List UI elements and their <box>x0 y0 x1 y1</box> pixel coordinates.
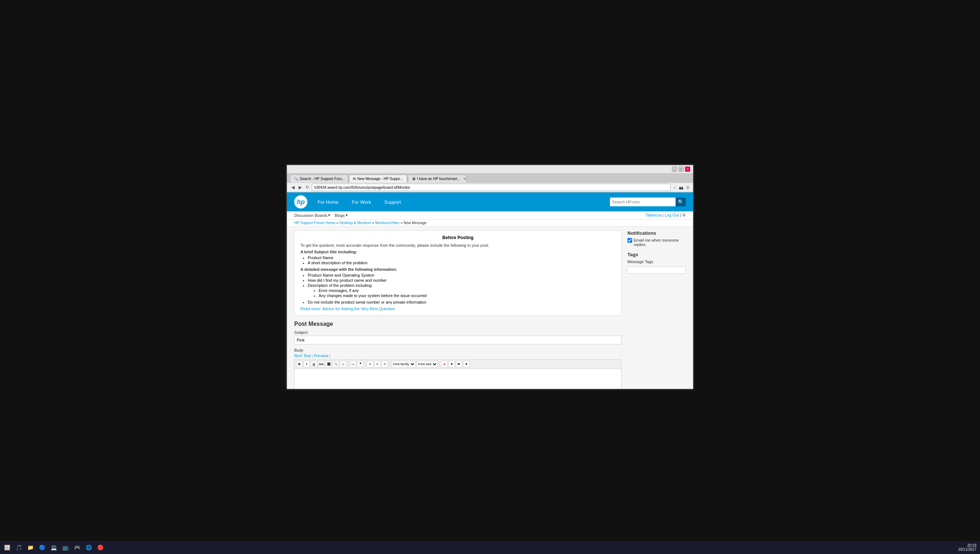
taskbar-item-9[interactable]: 🔴 <box>95 542 106 553</box>
read-more-link[interactable]: Read more: Advice for Asking the Very Be… <box>300 307 395 311</box>
chevron-down-icon: ▾ <box>328 213 330 218</box>
list-item: A short description of the problem <box>308 261 615 265</box>
list-item: Any changes made to your system before t… <box>319 293 615 298</box>
nav-for-work[interactable]: For Work <box>349 198 374 206</box>
browser-addressbar: ◀ ▶ ↻ ☆ 📷 ☰ <box>287 183 693 192</box>
body-label: Body <box>294 348 621 352</box>
webpage: hp For Home For Work Support 🔍 Discussio… <box>287 193 693 389</box>
taskbar-clock: 20:19 10/11/2017 <box>958 543 978 551</box>
browser-tabs: 🔍 Search - HP Support Foru... ✕ ✉ New Me… <box>287 173 693 183</box>
taskbar-item-4[interactable]: 🔵 <box>37 542 48 553</box>
align-left[interactable]: ≡ <box>367 361 373 368</box>
attach-button[interactable]: 📎 <box>333 361 339 368</box>
tab-3[interactable]: 🖥 I have an HP touchsmart... ✕ <box>408 175 466 183</box>
chevron-down-icon-2: ▾ <box>346 213 348 218</box>
notifications-title: Notifications <box>628 230 686 236</box>
font-size-select[interactable]: Font size <box>416 361 438 368</box>
reload-button[interactable]: ↻ <box>304 185 310 190</box>
browser-titlebar: _ □ ✕ <box>287 165 693 173</box>
username-link[interactable]: Tablocca <box>645 213 661 217</box>
tab-2-favicon: ✉ <box>353 177 356 181</box>
underline-button[interactable]: U <box>311 361 317 368</box>
tab-1-close[interactable]: ✕ <box>348 177 348 181</box>
clock-date: 10/11/2017 <box>958 548 976 551</box>
list-item: Description of the problem including: <box>308 283 615 288</box>
tab-2-label: New Message - HP Suppo... <box>357 177 403 181</box>
bold-button[interactable]: B <box>296 361 303 368</box>
toolbar-separator <box>348 361 348 367</box>
more-button[interactable]: ✏ <box>456 361 462 368</box>
tab-3-close[interactable]: ✕ <box>463 177 466 181</box>
email-notification-checkbox[interactable] <box>628 238 632 243</box>
rich-text-tab[interactable]: Rich Text <box>294 353 311 358</box>
breadcrumb-current: New Message <box>403 221 427 225</box>
search-input[interactable] <box>610 197 676 206</box>
italic-button[interactable]: I <box>303 361 310 368</box>
image-button[interactable]: 🖼 <box>325 361 332 368</box>
hr-button[interactable]: — <box>350 361 356 368</box>
breadcrumb-monitors[interactable]: Monitors/Video <box>375 221 400 225</box>
nav-for-home[interactable]: For Home <box>315 198 342 206</box>
address-bar[interactable] <box>312 184 671 191</box>
tab-1-favicon: 🔍 <box>294 177 298 181</box>
tab-1[interactable]: 🔍 Search - HP Support Foru... ✕ <box>290 175 348 183</box>
breadcrumb-home[interactable]: HP Support Forum Home <box>294 221 335 225</box>
taskbar-item-7[interactable]: 🎮 <box>72 542 82 553</box>
tags-panel: Tags Message Tags <box>628 252 686 274</box>
message-list: Product Name and Operating System How di… <box>308 273 615 304</box>
minimize-button[interactable]: _ <box>672 167 677 172</box>
nav-support[interactable]: Support <box>381 198 404 206</box>
extension-icon[interactable]: 📷 <box>679 185 684 190</box>
taskbar-item-3[interactable]: 📁 <box>25 542 36 553</box>
highlight-button[interactable]: ▼ <box>448 361 455 368</box>
forward-button[interactable]: ▶ <box>297 185 303 190</box>
hp-subnav: Discussion Boards ▾ Blogs ▾ Tablocca | L… <box>287 212 693 220</box>
list-button[interactable]: ≡ <box>381 361 388 368</box>
post-message-section: Post Message Subject Body Rich Text | Pr… <box>294 321 621 389</box>
taskbar-item-6[interactable]: 📺 <box>60 542 71 553</box>
email-notification-label[interactable]: Email me when someone replies <box>628 238 686 247</box>
tags-input[interactable] <box>628 266 686 274</box>
subnav-blogs[interactable]: Blogs ▾ <box>335 213 348 218</box>
font-family-select[interactable]: Font family <box>391 361 416 368</box>
list-item: Product Name and Operating System <box>308 273 615 277</box>
bookmark-icon[interactable]: ☆ <box>672 185 677 190</box>
extra-button[interactable]: ▼ <box>463 361 470 368</box>
subject-title: A brief Subject title including: <box>300 250 615 254</box>
taskbar-item-1[interactable]: 🪟 <box>2 542 13 553</box>
taskbar-item-2[interactable]: 🎵 <box>13 542 24 553</box>
menu-icon[interactable]: ☰ <box>685 185 690 190</box>
maximize-button[interactable]: □ <box>679 167 684 172</box>
subnav-right: Tablocca | Log Out | ⚙ <box>645 213 686 218</box>
list-item: Do not include the product serial number… <box>308 300 615 304</box>
body-tabs: Rich Text | Preview | <box>294 353 621 358</box>
body-textarea[interactable] <box>294 368 621 389</box>
subject-list: Product Name A short description of the … <box>308 255 615 265</box>
font-size-button[interactable]: AA <box>318 361 325 368</box>
breadcrumb-desktop[interactable]: Desktop & Monitors <box>339 221 371 225</box>
preview-tab[interactable]: Preview <box>314 353 328 358</box>
emoji-button[interactable]: ☺ <box>340 361 346 368</box>
taskbar-item-8[interactable]: 🌐 <box>83 542 94 553</box>
before-posting-box: Before Posting To get the quickest, most… <box>294 230 621 316</box>
taskbar-item-5[interactable]: 💻 <box>48 542 59 553</box>
list-item: Product Name <box>308 255 615 260</box>
search-button[interactable]: 🔍 <box>676 197 686 206</box>
text-color-button[interactable]: A <box>441 361 448 368</box>
list-item: How did I find my product name and numbe… <box>308 278 615 282</box>
back-button[interactable]: ◀ <box>290 185 296 190</box>
main-content: Before Posting To get the quickest, most… <box>287 227 693 389</box>
settings-icon[interactable]: ⚙ <box>682 213 686 217</box>
align-center[interactable]: ≡ <box>374 361 381 368</box>
notifications-panel: Notifications Email me when someone repl… <box>628 230 686 247</box>
subject-input[interactable] <box>294 336 621 344</box>
logout-link[interactable]: Log Out <box>664 213 679 217</box>
browser-chrome: _ □ ✕ 🔍 Search - HP Support Foru... ✕ ✉ … <box>287 165 693 193</box>
tab-2[interactable]: ✉ New Message - HP Suppo... ✕ <box>349 175 407 183</box>
tab-2-close[interactable]: ✕ <box>406 177 407 181</box>
message-title: A detailed message with the following in… <box>300 267 615 272</box>
tab-1-label: Search - HP Support Foru... <box>300 177 345 181</box>
subnav-discussion-boards[interactable]: Discussion Boards ▾ <box>294 213 330 218</box>
close-button[interactable]: ✕ <box>685 167 690 172</box>
quote-button[interactable]: ❝ <box>357 361 363 368</box>
